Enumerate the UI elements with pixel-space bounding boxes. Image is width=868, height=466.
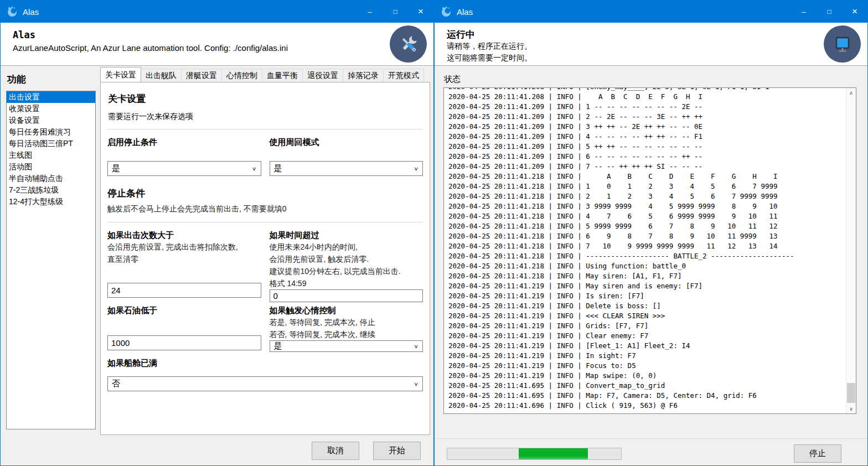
- sidebar-item[interactable]: 主线图: [7, 149, 95, 161]
- sidebar-item[interactable]: 设备设置: [7, 115, 95, 126]
- sidebar-item[interactable]: 12-4打大型练级: [7, 196, 95, 208]
- count-gt-input[interactable]: [107, 283, 261, 298]
- window-title: Alas: [23, 7, 39, 17]
- cycle-mode-select[interactable]: 是 ∨: [270, 161, 423, 176]
- log-line: 2020-04-25 20:11:41.219 | INFO | [Fleet_…: [448, 341, 846, 351]
- emotion-value: 是: [274, 341, 282, 351]
- enable-stop-select[interactable]: 是 ∨: [107, 161, 261, 176]
- log-line: 2020-04-25 20:11:41.218 | INFO | 1 0 1 2…: [448, 182, 846, 191]
- start-button[interactable]: 开始: [373, 442, 421, 460]
- dock-full-select[interactable]: 否 ∨: [107, 376, 423, 391]
- close-button[interactable]: ×: [408, 1, 433, 23]
- log-line: 2020-04-25 20:11:41.218 | INFO | May sir…: [448, 271, 846, 281]
- monitor-icon: [824, 25, 861, 63]
- dock-full-label: 如果船舱已满: [107, 358, 423, 369]
- log-line: 2020-04-25 20:11:41.218 | INFO | 2 1 2 3…: [448, 191, 846, 201]
- panel-subheading: 需要运行一次来保存选项: [108, 112, 423, 122]
- sidebar-item[interactable]: 半自动辅助点击: [7, 173, 95, 184]
- emotion-select[interactable]: 是 ∨: [270, 340, 423, 352]
- progress-fill: [519, 448, 588, 459]
- minimize-button[interactable]: –: [357, 1, 383, 23]
- sidebar-item[interactable]: 每日任务困难演习: [7, 126, 95, 138]
- sidebar-item[interactable]: 收菜设置: [7, 103, 95, 115]
- runner-body: 状态 2020-04-25 20:11:41.208 | INFO | [ene…: [435, 66, 867, 465]
- log-line: 2020-04-25 20:11:41.219 | INFO | Is sire…: [448, 291, 846, 301]
- time-over-desc: 使用未来24小时内的时间,会沿用先前设置, 触发后清零.建议提前10分钟左右, …: [270, 241, 423, 289]
- log-line: 2020-04-25 20:11:41.208 | INFO | [enemy_…: [448, 88, 846, 92]
- close-button[interactable]: ×: [842, 1, 867, 23]
- tab-5[interactable]: 血量平衡: [262, 69, 303, 82]
- panel-heading: 关卡设置: [108, 92, 423, 105]
- titlebar: Alas – □ ×: [435, 1, 867, 23]
- emotion-label: 如果触发心情控制: [270, 305, 423, 316]
- dock-full-value: 否: [112, 379, 120, 389]
- log-scrollbar[interactable]: ∧ ∨: [846, 88, 856, 413]
- alas-logo-icon: [440, 6, 452, 18]
- cycle-mode-label: 使用周回模式: [270, 137, 423, 148]
- tab-7[interactable]: 掉落记录: [343, 69, 384, 82]
- sidebar-item[interactable]: 7-2三战拣垃圾: [7, 184, 95, 196]
- log-line: 2020-04-25 20:11:41.218 | INFO | 3 9999 …: [448, 201, 846, 211]
- log-line: 2020-04-25 20:11:41.218 | INFO | 4 7 6 5…: [448, 211, 846, 221]
- wrench-screwdriver-icon: [390, 25, 427, 63]
- minimize-button[interactable]: –: [791, 1, 817, 23]
- oil-below-input[interactable]: [107, 335, 261, 350]
- maximize-button[interactable]: □: [383, 1, 408, 23]
- time-over-label: 如果时间超过: [270, 230, 423, 241]
- cancel-button[interactable]: 取消: [312, 442, 359, 460]
- count-gt-label: 如果出击次数大于: [107, 230, 261, 241]
- log-line: 2020-04-25 20:11:41.696 | INFO | Click (…: [448, 401, 846, 411]
- count-gt-desc: 会沿用先前设置, 完成出击将扣除次数,直至清零: [107, 241, 261, 265]
- window-title: Alas: [457, 7, 473, 17]
- stage-settings-panel: 关卡设置 需要运行一次来保存选项 启用停止条件 是 ∨ 使用周回模式: [100, 82, 430, 435]
- status-label: 状态: [444, 74, 867, 85]
- log-line: 2020-04-25 20:11:41.209 | INFO | 4 -- --…: [448, 132, 846, 142]
- stop-button[interactable]: 停止: [794, 444, 841, 463]
- runner-title: 运行中: [447, 29, 818, 40]
- log-line: 2020-04-25 20:11:41.209 | INFO | 7 -- --…: [448, 162, 846, 172]
- chevron-down-icon: ∨: [414, 381, 418, 387]
- enable-stop-value: 是: [112, 163, 120, 174]
- sidebar-item[interactable]: 每日活动图三倍PT: [7, 138, 95, 149]
- log-line: 2020-04-25 20:11:41.209 | INFO | 6 -- --…: [448, 152, 846, 162]
- sidebar-item[interactable]: 出击设置: [7, 91, 95, 103]
- log-line: 2020-04-25 20:11:41.209 | INFO | 3 ++ ++…: [448, 122, 846, 132]
- tab-8[interactable]: 开荒模式: [383, 69, 424, 82]
- tab-1[interactable]: 关卡设置: [100, 67, 141, 82]
- log-line: 2020-04-25 20:11:41.219 | INFO | Map swi…: [448, 371, 846, 381]
- runner-footer: 停止: [435, 438, 867, 466]
- alas-logo-icon: [6, 6, 18, 18]
- scroll-up-icon[interactable]: ∧: [846, 88, 856, 97]
- log-line: 2020-04-25 20:11:41.219 | INFO | Delete …: [448, 301, 846, 311]
- log-line: 2020-04-25 20:11:41.218 | INFO | Using f…: [448, 261, 846, 271]
- log-line: 2020-04-25 20:11:41.695 | INFO | Map: F7…: [448, 391, 846, 401]
- log-line: 2020-04-25 20:11:41.209 | INFO | 1 -- --…: [448, 102, 846, 112]
- settings-footer: 取消 开始: [1, 435, 433, 466]
- log-line: 2020-04-25 20:11:41.218 | INFO | -------…: [448, 251, 846, 261]
- tab-2[interactable]: 出击舰队: [141, 69, 182, 82]
- maximize-button[interactable]: □: [817, 1, 842, 23]
- log-line: 2020-04-25 20:11:41.219 | INFO | Grids: …: [448, 321, 846, 331]
- app-subtitle: AzurLaneAutoScript, An Azur Lane automat…: [13, 43, 384, 53]
- tab-4[interactable]: 心情控制: [221, 69, 262, 82]
- log-lines: 2020-04-25 20:11:41.208 | INFO | [enemy_…: [448, 88, 846, 411]
- app-name: Alas: [13, 29, 384, 40]
- scrollbar-thumb[interactable]: [847, 383, 855, 403]
- runner-window: Alas – □ × 运行中 请稍等，程序正在运行。 这可能将需要一定时间。 状…: [434, 0, 868, 466]
- sidebar-item[interactable]: 活动图: [7, 161, 95, 173]
- log-line: 2020-04-25 20:11:41.219 | INFO | <<< CLE…: [448, 311, 846, 321]
- log-line: 2020-04-25 20:11:41.695 | INFO | Convert…: [448, 381, 846, 391]
- chevron-down-icon: ∨: [414, 343, 418, 349]
- enable-stop-label: 启用停止条件: [107, 137, 261, 148]
- tab-6[interactable]: 退役设置: [302, 69, 343, 82]
- cycle-mode-value: 是: [274, 163, 282, 174]
- log-line: 2020-04-25 20:11:41.209 | INFO | 5 ++ ++…: [448, 142, 846, 152]
- log-line: 2020-04-25 20:11:41.218 | INFO | 5 9999 …: [448, 221, 846, 231]
- tab-3[interactable]: 潜艇设置: [181, 69, 222, 82]
- log-line: 2020-04-25 20:11:41.219 | INFO | Focus t…: [448, 361, 846, 371]
- emotion-desc: 若是, 等待回复, 完成本次, 停止若否, 等待回复, 完成本次, 继续: [270, 316, 423, 340]
- settings-body: 功能 出击设置收菜设置设备设置每日任务困难演习每日活动图三倍PT主线图活动图半自…: [1, 66, 433, 435]
- titlebar: Alas – □ ×: [1, 1, 433, 23]
- scroll-down-icon[interactable]: ∨: [846, 404, 856, 413]
- tab-bar: 关卡设置出击舰队潜艇设置心情控制血量平衡退役设置掉落记录开荒模式: [100, 68, 430, 82]
